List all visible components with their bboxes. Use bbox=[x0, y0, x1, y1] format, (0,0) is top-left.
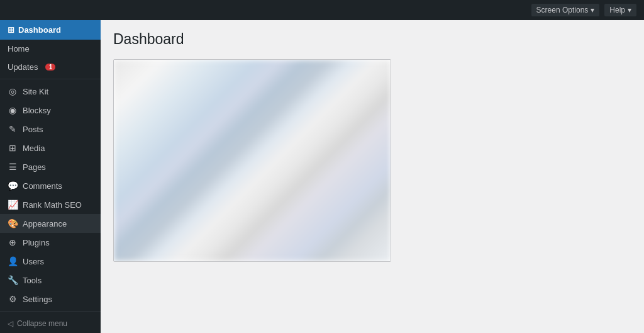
users-label: Users bbox=[23, 257, 44, 266]
tools-label: Tools bbox=[23, 276, 42, 285]
sidebar-item-updates[interactable]: Updates 1 bbox=[0, 58, 101, 76]
page-header: Dashboard bbox=[113, 30, 631, 49]
dashboard-icon: ⊞ bbox=[8, 25, 14, 35]
sidebar-item-blocksy[interactable]: ◉ Blocksy bbox=[0, 101, 101, 120]
screen-options-label: Screen Options bbox=[536, 6, 589, 14]
settings-icon: ⚙ bbox=[8, 294, 18, 304]
sidebar-item-users[interactable]: 👤 Users bbox=[0, 252, 101, 271]
media-label: Media bbox=[23, 144, 45, 153]
sidebar-item-tools[interactable]: 🔧 Tools bbox=[0, 271, 101, 290]
sidebar-divider-1 bbox=[0, 79, 101, 79]
users-icon: 👤 bbox=[8, 256, 18, 266]
blocksy-label: Blocksy bbox=[23, 106, 51, 115]
updates-label: Updates bbox=[8, 62, 38, 72]
screen-options-chevron: ▾ bbox=[591, 6, 594, 14]
site-kit-label: Site Kit bbox=[23, 87, 48, 96]
sidebar-item-home[interactable]: Home bbox=[0, 40, 101, 58]
rank-math-label: Rank Math SEO bbox=[23, 200, 82, 210]
sidebar-item-rank-math-seo[interactable]: 📈 Rank Math SEO bbox=[0, 195, 101, 214]
dashboard-widget bbox=[113, 59, 391, 262]
sidebar: ⊞ Dashboard Home Updates 1 ◎ Site Kit ◉ … bbox=[0, 20, 101, 333]
sidebar-divider-2 bbox=[0, 311, 101, 312]
pages-label: Pages bbox=[23, 162, 46, 172]
help-button[interactable]: Help ▾ bbox=[604, 4, 636, 16]
comments-label: Comments bbox=[23, 181, 62, 191]
site-kit-icon: ◎ bbox=[8, 86, 18, 96]
sidebar-item-appearance[interactable]: 🎨 Appearance bbox=[0, 214, 101, 233]
posts-icon: ✎ bbox=[8, 124, 18, 134]
sidebar-dashboard-label: Dashboard bbox=[18, 25, 61, 35]
screen-options-button[interactable]: Screen Options ▾ bbox=[531, 4, 600, 16]
collapse-label: Collapse menu bbox=[17, 319, 67, 328]
sidebar-item-media[interactable]: ⊞ Media bbox=[0, 138, 101, 157]
appearance-label: Appearance bbox=[23, 219, 67, 229]
plugins-label: Plugins bbox=[23, 238, 50, 247]
sidebar-item-site-kit[interactable]: ◎ Site Kit bbox=[0, 82, 101, 101]
plugins-icon: ⊕ bbox=[8, 237, 18, 247]
sidebar-item-settings[interactable]: ⚙ Settings bbox=[0, 290, 101, 308]
home-label: Home bbox=[8, 44, 30, 54]
sidebar-item-comments[interactable]: 💬 Comments bbox=[0, 176, 101, 195]
sidebar-item-pages[interactable]: ☰ Pages bbox=[0, 157, 101, 176]
sidebar-item-plugins[interactable]: ⊕ Plugins bbox=[0, 233, 101, 252]
collapse-icon: ◁ bbox=[8, 319, 13, 328]
pages-icon: ☰ bbox=[8, 162, 18, 172]
dashboard-widget-area bbox=[113, 59, 391, 262]
blurred-content bbox=[114, 60, 391, 261]
help-label: Help bbox=[609, 6, 625, 14]
sidebar-item-dashboard[interactable]: ⊞ Dashboard bbox=[0, 20, 101, 40]
blocksy-icon: ◉ bbox=[8, 105, 18, 115]
help-chevron: ▾ bbox=[628, 6, 631, 14]
sidebar-item-posts[interactable]: ✎ Posts bbox=[0, 120, 101, 138]
page-title: Dashboard bbox=[113, 30, 184, 49]
updates-badge: 1 bbox=[45, 64, 55, 71]
admin-bar: Screen Options ▾ Help ▾ bbox=[0, 0, 644, 20]
rank-math-icon: 📈 bbox=[8, 200, 18, 210]
comments-icon: 💬 bbox=[8, 181, 18, 191]
tools-icon: 🔧 bbox=[8, 275, 18, 285]
layout: ⊞ Dashboard Home Updates 1 ◎ Site Kit ◉ … bbox=[0, 20, 644, 333]
posts-label: Posts bbox=[23, 125, 43, 134]
media-icon: ⊞ bbox=[8, 143, 18, 153]
settings-label: Settings bbox=[23, 295, 52, 304]
appearance-icon: 🎨 bbox=[8, 218, 18, 229]
main-content: Dashboard bbox=[101, 20, 644, 333]
collapse-menu-item[interactable]: ◁ Collapse menu bbox=[0, 314, 101, 333]
